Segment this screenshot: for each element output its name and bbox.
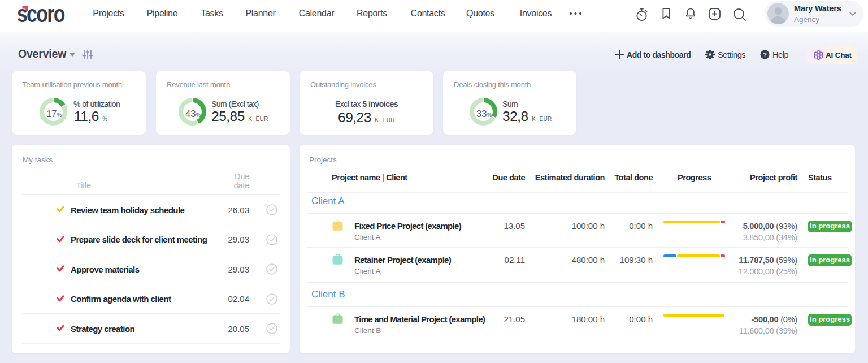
svg-text:?: ? bbox=[763, 51, 767, 58]
svg-text:scoro: scoro bbox=[17, 5, 64, 27]
